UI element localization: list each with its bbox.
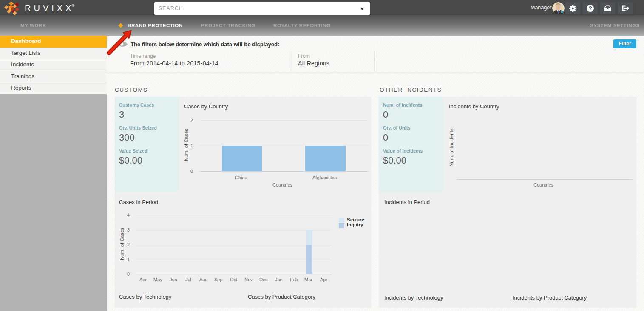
svg-text:?: ? bbox=[588, 5, 592, 11]
